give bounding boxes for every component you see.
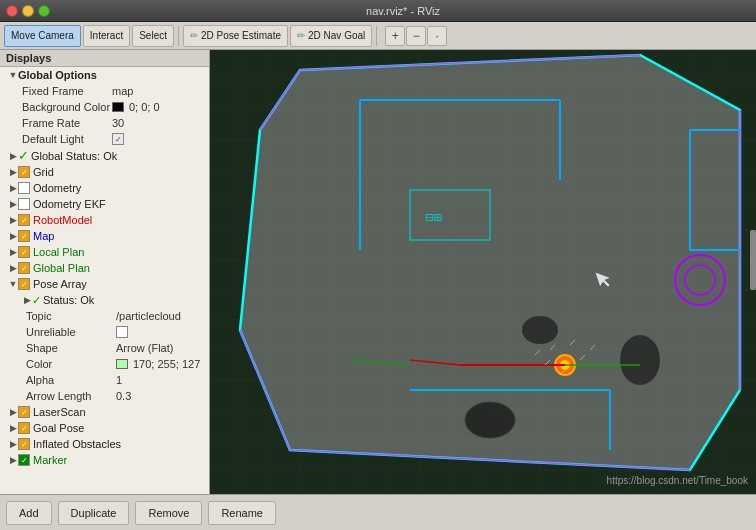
window-controls [6,5,50,17]
topic-value: /particlecloud [116,310,181,322]
move-camera-button[interactable]: Move Camera [4,25,81,47]
inflated-obstacles-label: Inflated Obstacles [33,438,121,450]
grid-checkbox[interactable] [18,166,30,178]
svg-rect-67 [750,230,756,290]
shape-label: Shape [26,342,116,354]
interact-button[interactable]: Interact [83,25,130,47]
rename-button[interactable]: Rename [208,501,276,525]
color-label: Color [26,358,116,370]
odometry-ekf-label: Odometry EKF [33,198,106,210]
global-plan-label: Global Plan [33,262,90,274]
svg-point-52 [522,316,558,344]
viewport[interactable]: ⊟⊞ [210,50,756,494]
pose-array-label: Pose Array [33,278,87,290]
global-status-label: Global Status: Ok [31,150,117,162]
separator-2 [376,26,377,46]
nav-controls: + − · [385,26,447,46]
topic-label: Topic [26,310,116,322]
add-button[interactable]: Add [6,501,52,525]
arrow-length-value: 0.3 [116,390,131,402]
goal-pose-label: Goal Pose [33,422,84,434]
laser-scan-arrow: ▶ [8,407,18,417]
local-plan-row[interactable]: ▶ Local Plan [0,244,209,260]
pose-array-status-icon: ✓ [32,294,41,307]
pose-array-row[interactable]: ▼ Pose Array [0,276,209,292]
pose-color-swatch [116,359,128,369]
local-plan-label: Local Plan [33,246,84,258]
odometry-arrow: ▶ [8,183,18,193]
nav-dot[interactable]: · [427,26,447,46]
pose-array-arrow: ▼ [8,279,18,289]
svg-text:⊟⊞: ⊟⊞ [425,209,442,225]
global-status-row[interactable]: ▶ ✓ Global Status: Ok [0,147,209,164]
minimize-button[interactable] [22,5,34,17]
odometry-ekf-checkbox[interactable] [18,198,30,210]
main-area: Displays ▼ Global Options Fixed Frame ma… [0,50,756,494]
inflated-obstacles-checkbox[interactable] [18,438,30,450]
nav-goal-button[interactable]: ✏ 2D Nav Goal [290,25,372,47]
map-checkbox[interactable] [18,230,30,242]
laser-scan-row[interactable]: ▶ LaserScan [0,404,209,420]
map-label: Map [33,230,54,242]
odometry-ekf-arrow: ▶ [8,199,18,209]
separator-1 [178,26,179,46]
grid-row[interactable]: ▶ Grid [0,164,209,180]
alpha-value: 1 [116,374,122,386]
global-status-icon: ✓ [18,148,29,163]
frame-rate-value: 30 [112,117,124,129]
bottom-bar: Add Duplicate Remove Rename [0,494,756,530]
select-button[interactable]: Select [132,25,174,47]
nav-plus[interactable]: + [385,26,405,46]
maximize-button[interactable] [38,5,50,17]
bg-color-value: 0; 0; 0 [112,101,160,113]
goal-pose-arrow: ▶ [8,423,18,433]
laser-scan-checkbox[interactable] [18,406,30,418]
map-row[interactable]: ▶ Map [0,228,209,244]
global-status-arrow: ▶ [8,151,18,161]
shape-row: Shape Arrow (Flat) [0,340,209,356]
robot-model-arrow: ▶ [8,215,18,225]
goal-pose-row[interactable]: ▶ Goal Pose [0,420,209,436]
unreliable-checkbox[interactable] [116,326,128,338]
robot-model-row[interactable]: ▶ RobotModel [0,212,209,228]
laser-scan-label: LaserScan [33,406,86,418]
fixed-frame-label: Fixed Frame [22,85,112,97]
pose-array-checkbox[interactable] [18,278,30,290]
bg-color-swatch [112,102,124,112]
global-plan-checkbox[interactable] [18,262,30,274]
duplicate-button[interactable]: Duplicate [58,501,130,525]
odometry-checkbox[interactable] [18,182,30,194]
default-light-checkbox[interactable] [112,133,124,145]
global-options-row[interactable]: ▼ Global Options [0,67,209,83]
pose-array-status-row[interactable]: ▶ ✓ Status: Ok [0,292,209,308]
fixed-frame-value: map [112,85,133,97]
shape-value: Arrow (Flat) [116,342,173,354]
unreliable-label: Unreliable [26,326,116,338]
default-light-label: Default Light [22,133,112,145]
nav-minus[interactable]: − [406,26,426,46]
marker-row[interactable]: ▶ Marker [0,452,209,468]
marker-label: Marker [33,454,67,466]
grid-label: Grid [33,166,54,178]
odometry-row[interactable]: ▶ Odometry [0,180,209,196]
local-plan-checkbox[interactable] [18,246,30,258]
displays-header: Displays [0,50,209,67]
window-title: nav.rviz* - RViz [56,5,750,17]
inflated-obstacles-row[interactable]: ▶ Inflated Obstacles [0,436,209,452]
remove-button[interactable]: Remove [135,501,202,525]
global-options-label: Global Options [18,69,97,81]
robot-model-checkbox[interactable] [18,214,30,226]
goal-pose-checkbox[interactable] [18,422,30,434]
pose-estimate-button[interactable]: ✏ 2D Pose Estimate [183,25,288,47]
alpha-label: Alpha [26,374,116,386]
pose-array-status-label: Status: Ok [43,294,94,306]
toolbar: Move Camera Interact Select ✏ 2D Pose Es… [0,22,756,50]
close-button[interactable] [6,5,18,17]
robot-model-label: RobotModel [33,214,92,226]
odometry-ekf-row[interactable]: ▶ Odometry EKF [0,196,209,212]
map-visualization: ⊟⊞ [210,50,756,494]
global-plan-row[interactable]: ▶ Global Plan [0,260,209,276]
odometry-label: Odometry [33,182,81,194]
frame-rate-label: Frame Rate [22,117,112,129]
marker-checkbox[interactable] [18,454,30,466]
